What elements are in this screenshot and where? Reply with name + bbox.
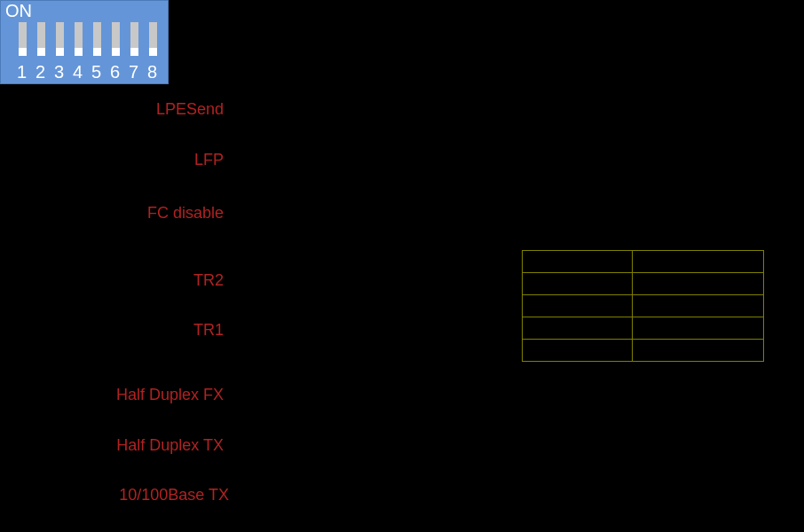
- dip-switch-3[interactable]: [56, 22, 64, 56]
- grid-row: [523, 295, 764, 317]
- dip-number-7: 7: [128, 62, 139, 82]
- dip-switch-1[interactable]: [19, 22, 27, 56]
- grid-table: [522, 250, 764, 362]
- dip-switches-row: [19, 22, 157, 56]
- grid-row: [523, 340, 764, 362]
- grid-cell: [523, 295, 633, 317]
- grid-cell: [523, 273, 633, 295]
- grid-row: [523, 251, 764, 273]
- dip-number-2: 2: [35, 62, 46, 82]
- switch-label-4: TR2: [0, 271, 224, 290]
- grid-cell: [523, 251, 633, 273]
- dip-number-1: 1: [16, 62, 28, 82]
- dip-number-5: 5: [91, 62, 102, 82]
- dip-switch-5[interactable]: [93, 22, 101, 56]
- dip-switch-8[interactable]: [149, 22, 157, 56]
- switch-label-5: TR1: [0, 321, 224, 340]
- grid-cell: [633, 251, 764, 273]
- grid-cell: [633, 295, 764, 317]
- dip-switch-panel: ON 1 2 3 4 5 6 7 8: [0, 0, 169, 84]
- dip-number-6: 6: [109, 62, 121, 82]
- dip-switch-2[interactable]: [37, 22, 45, 56]
- switch-label-7: Half Duplex TX: [0, 436, 224, 455]
- dip-switch-7[interactable]: [130, 22, 138, 56]
- grid-cell: [523, 340, 633, 362]
- dip-number-3: 3: [53, 62, 65, 82]
- dip-switch-6[interactable]: [112, 22, 120, 56]
- switch-label-6: Half Duplex FX: [0, 386, 224, 404]
- grid-cell: [633, 317, 764, 340]
- grid-cell: [633, 273, 764, 295]
- grid-row: [523, 273, 764, 295]
- grid-row: [523, 317, 764, 340]
- grid-cell: [523, 317, 633, 340]
- dip-number-4: 4: [72, 62, 83, 82]
- grid-cell: [633, 340, 764, 362]
- switch-label-8: 10/100Base TX: [0, 486, 229, 505]
- switch-label-1: LPESend: [0, 100, 224, 119]
- dip-switch-4[interactable]: [75, 22, 83, 56]
- switch-label-2: LFP: [0, 151, 224, 169]
- dip-number-8: 8: [146, 62, 158, 82]
- dip-numbers-row: 1 2 3 4 5 6 7 8: [16, 62, 158, 82]
- dip-on-label: ON: [5, 1, 32, 21]
- switch-label-3: FC disable: [0, 204, 224, 223]
